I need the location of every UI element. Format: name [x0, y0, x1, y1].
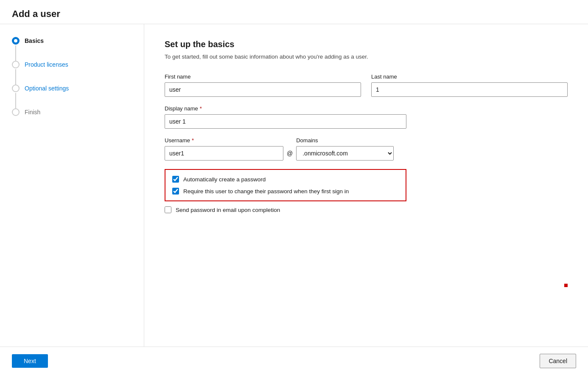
form-section-title: Set up the basics: [165, 39, 568, 49]
page-header: Add a user: [0, 0, 588, 24]
last-name-input[interactable]: [371, 82, 568, 97]
step-line-licenses: [15, 69, 16, 85]
send-password-label[interactable]: Send password in email upon completion: [176, 207, 280, 213]
display-name-label: Display name *: [165, 105, 568, 112]
step-circle-basics: [12, 37, 20, 45]
step-indicator-basics: [12, 37, 20, 61]
checkbox-section: Automatically create a password Require …: [165, 169, 406, 201]
display-name-group: Display name *: [165, 105, 568, 129]
display-name-required: *: [200, 105, 202, 112]
main-content: Basics Product licenses Optional setting…: [0, 24, 588, 347]
domains-group: Domains .onmicrosoft.com: [296, 137, 394, 161]
name-row: First name Last name: [165, 73, 568, 97]
auto-password-row: Automatically create a password: [172, 176, 399, 183]
steps-sidebar: Basics Product licenses Optional setting…: [0, 24, 144, 347]
send-password-checkbox[interactable]: [165, 206, 171, 213]
step-row-licenses: Product licenses: [12, 61, 132, 85]
form-section-desc: To get started, fill out some basic info…: [165, 54, 568, 60]
display-name-input[interactable]: [165, 114, 406, 129]
auto-password-label[interactable]: Automatically create a password: [183, 176, 266, 183]
step-indicator-optional: [12, 85, 20, 108]
username-label: Username *: [165, 137, 283, 144]
step-row-finish: Finish: [12, 108, 132, 116]
step-circle-optional: [12, 85, 20, 92]
step-circle-finish: [12, 108, 20, 116]
require-change-checkbox[interactable]: [172, 188, 179, 195]
domains-select[interactable]: .onmicrosoft.com: [296, 146, 394, 161]
auto-password-checkbox[interactable]: [172, 176, 179, 183]
footer-left: Next: [12, 354, 48, 368]
domains-label: Domains: [296, 137, 394, 144]
send-password-row: Send password in email upon completion: [165, 206, 568, 213]
username-group: Username *: [165, 137, 283, 161]
step-row-optional: Optional settings: [12, 85, 132, 108]
step-label-optional: Optional settings: [25, 85, 69, 92]
step-line-optional: [15, 93, 16, 108]
require-change-row: Require this user to change their passwo…: [172, 188, 399, 195]
step-label-finish: Finish: [25, 109, 40, 116]
last-name-group: Last name: [371, 73, 568, 97]
cancel-button[interactable]: Cancel: [540, 354, 576, 368]
first-name-input[interactable]: [165, 82, 361, 97]
page-title: Add a user: [12, 8, 576, 20]
red-dot-indicator: [564, 284, 568, 287]
next-button[interactable]: Next: [12, 354, 48, 368]
username-input[interactable]: [165, 146, 283, 161]
step-circle-licenses: [12, 61, 20, 68]
step-label-licenses: Product licenses: [25, 61, 68, 68]
display-name-row: Display name *: [165, 105, 568, 129]
first-name-group: First name: [165, 73, 361, 97]
step-label-basics: Basics: [25, 37, 44, 44]
at-sign: @: [283, 146, 296, 161]
require-change-label[interactable]: Require this user to change their passwo…: [183, 188, 349, 195]
last-name-label: Last name: [371, 73, 568, 80]
first-name-label: First name: [165, 73, 361, 80]
step-line-basics: [15, 45, 16, 61]
form-area: Set up the basics To get started, fill o…: [144, 24, 588, 347]
username-required: *: [192, 137, 194, 144]
step-indicator-licenses: [12, 61, 20, 85]
step-indicator-finish: [12, 108, 20, 116]
page-footer: Next Cancel: [0, 347, 588, 375]
username-domains-row: Username * @ Domains .onmicrosoft.com: [165, 137, 568, 161]
step-row-basics: Basics: [12, 37, 132, 61]
